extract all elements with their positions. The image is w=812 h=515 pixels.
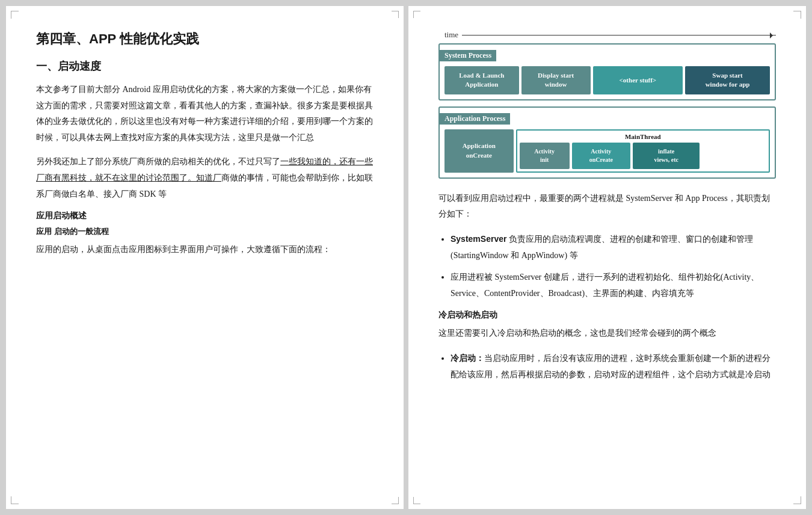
bullet2-text: 应用进程被 SystemServer 创建后，进行一系列的进程初始化、组件初始化… (451, 273, 759, 298)
time-arrow-container: time (438, 30, 776, 40)
bullet1-title: SystemServer (451, 234, 506, 244)
bullet-item-1: SystemServer 负责应用的启动流程调度、进程的创建和管理、窗口的创建和… (451, 231, 776, 264)
main-thread-label: MainThread (520, 133, 766, 140)
time-arrow (462, 35, 776, 35)
section-title: 一、启动速度 (36, 59, 374, 73)
left-page: 第四章、APP 性能优化实践 一、启动速度 本文参考了目前大部分 Android… (6, 6, 404, 509)
mt-step-init: Activityinit (520, 143, 570, 169)
bullet-item-2: 应用进程被 SystemServer 创建后，进行一系列的进程初始化、组件初始化… (451, 270, 776, 301)
cold-hot-title: 冷启动和热启动 (438, 310, 776, 321)
subsection1-title: 应用启动概述 (36, 211, 374, 221)
app-process-title: Application Process (440, 113, 510, 125)
corner-bl (413, 497, 420, 504)
para2-text: 另外我还加上了部分系统厂商所做的启动相关的优化，不过只写了一些我知道的，还有一些… (36, 157, 373, 198)
main-thread-steps: Activityinit ActivityonCreate inflatevie… (520, 143, 766, 169)
corner-tr (392, 11, 399, 18)
page-container: 第四章、APP 性能优化实践 一、启动速度 本文参考了目前大部分 Android… (6, 6, 806, 509)
sub-sub1-title: 应用 启动的一般流程 (36, 226, 374, 237)
step-load: Load & LaunchApplication (444, 66, 519, 94)
bullet-list-2: 冷启动：当启动应用时，后台没有该应用的进程，这时系统会重新创建一个新的进程分配给… (451, 350, 776, 383)
para1: 本文参考了目前大部分 Android 应用启动优化的方案，将大家的方案做一个汇总… (36, 82, 374, 146)
step-display: Display startwindow (521, 66, 591, 94)
right-para1: 可以看到应用启动过程中，最重要的两个进程就是 SystemServer 和 Ap… (438, 191, 776, 223)
corner-tl (413, 11, 420, 18)
step-other: <other stuff> (593, 66, 683, 94)
bullet3-text: 当启动应用时，后台没有该应用的进程，这时系统会重新创建一个新的进程分配给该应用，… (451, 354, 770, 379)
app-process-box: Application Process ApplicationonCreate … (438, 106, 776, 179)
system-process-steps: Load & LaunchApplication Display startwi… (444, 66, 770, 94)
bullet3-prefix: 冷启动： (451, 353, 484, 363)
mt-step-inflate: inflateviews, etc (633, 143, 700, 169)
time-label: time (444, 30, 458, 40)
para2: 另外我还加上了部分系统厂商所做的启动相关的优化，不过只写了一些我知道的，还有一些… (36, 154, 374, 202)
corner-br (392, 497, 399, 504)
right-page: time System Process Load & LaunchApplica… (408, 6, 806, 509)
chapter-title: 第四章、APP 性能优化实践 (36, 30, 374, 48)
bullet-list-1: SystemServer 负责应用的启动流程调度、进程的创建和管理、窗口的创建和… (451, 231, 776, 301)
para3: 应用的启动，从桌面点击应用图标到主界面用户可操作，大致遵循下面的流程： (36, 242, 374, 258)
system-process-title: System Process (440, 50, 496, 61)
diagram-area: time System Process Load & LaunchApplica… (438, 30, 776, 179)
step-swap: Swap startwindow for app (685, 66, 770, 94)
main-thread-box: MainThread Activityinit ActivityonCreate… (516, 129, 770, 173)
app-step-oncreate: ApplicationonCreate (444, 129, 514, 173)
bullet-item-3: 冷启动：当启动应用时，后台没有该应用的进程，这时系统会重新创建一个新的进程分配给… (451, 350, 776, 383)
mt-step-oncreate: ActivityonCreate (572, 143, 630, 169)
mt-empty (702, 143, 766, 169)
right-para2: 这里还需要引入冷启动和热启动的概念，这也是我们经常会碰到的两个概念 (438, 325, 776, 342)
app-steps: ApplicationonCreate MainThread Activityi… (444, 129, 770, 173)
system-process-box: System Process Load & LaunchApplication … (438, 43, 776, 100)
